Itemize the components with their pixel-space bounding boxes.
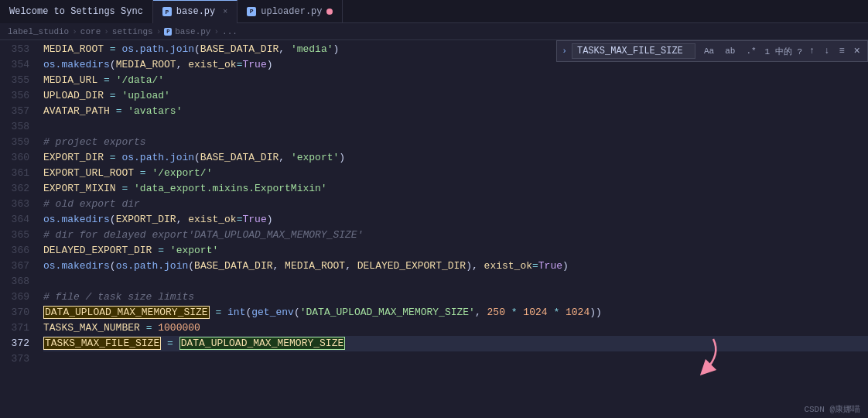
search-options: Aa ab .*	[700, 45, 760, 57]
sep1: ›	[72, 27, 77, 36]
search-count: 1 中的 ?	[765, 46, 802, 57]
search-next-btn[interactable]: ↓	[822, 46, 832, 57]
breadcrumb: label_studio › core › settings › P base.…	[0, 23, 868, 40]
base-py-tab-label: base.py	[176, 6, 215, 17]
watermark: CSDN @康娜喵	[804, 403, 860, 415]
code-line-372: TASKS_MAX_FILE_SIZE = DATA_UPLOAD_MAX_ME…	[43, 336, 868, 351]
code-line-359: # project exports	[43, 135, 868, 150]
tab-welcome[interactable]: Welcome to Settings Sync	[0, 0, 153, 23]
ln-366: 366	[0, 243, 29, 259]
ln-367: 367	[0, 259, 29, 274]
code-line-370: DATA_UPLOAD_MAX_MEMORY_SIZE = int(get_en…	[43, 305, 868, 320]
breadcrumb-base-py: base.py	[175, 27, 210, 36]
welcome-tab-label: Welcome to Settings Sync	[9, 6, 143, 17]
ln-354: 354	[0, 57, 29, 73]
whole-word-btn[interactable]: ab	[721, 45, 739, 57]
ln-356: 356	[0, 88, 29, 104]
tab-uploader-py[interactable]: P uploader.py	[238, 0, 343, 23]
sep2: ›	[104, 27, 109, 36]
ln-359: 359	[0, 135, 29, 150]
code-line-373	[43, 351, 868, 367]
ln-360: 360	[0, 150, 29, 166]
code-line-356: UPLOAD_DIR = 'upload'	[43, 88, 868, 104]
py-icon-uploader: P	[247, 7, 256, 16]
code-line-369: # file / task size limits	[43, 290, 868, 305]
search-bar: › Aa ab .* 1 中的 ? ↑ ↓ ≡ ×	[556, 40, 868, 62]
uploader-py-tab-label: uploader.py	[261, 6, 322, 17]
sep4: ›	[214, 27, 219, 36]
tab-bar: Welcome to Settings Sync P base.py × P u…	[0, 0, 868, 23]
search-prev-btn[interactable]: ↑	[807, 46, 817, 57]
breadcrumb-label-studio: label_studio	[8, 27, 69, 36]
breadcrumb-ellipsis: ...	[222, 27, 238, 36]
search-close-btn[interactable]: ×	[852, 45, 863, 57]
breadcrumb-settings: settings	[112, 27, 153, 36]
code-line-360: EXPORT_DIR = os.path.join(BASE_DATA_DIR,…	[43, 150, 868, 166]
ln-364: 364	[0, 212, 29, 228]
code-line-367: os.makedirs(os.path.join(BASE_DATA_DIR, …	[43, 259, 868, 274]
code-area: MEDIA_ROOT = os.path.join(BASE_DATA_DIR,…	[37, 40, 868, 418]
tab-base-py[interactable]: P base.py ×	[153, 0, 238, 23]
code-line-368	[43, 274, 868, 290]
search-arrow-icon: ›	[562, 46, 567, 56]
sep3: ›	[156, 27, 162, 36]
regex-btn[interactable]: .*	[742, 45, 760, 57]
code-line-361: EXPORT_URL_ROOT = '/export/'	[43, 166, 868, 181]
line-numbers: 353 354 355 356 357 358 359 360 361 362 …	[0, 40, 37, 418]
ln-373: 373	[0, 351, 29, 367]
ln-368: 368	[0, 274, 29, 290]
editor-container: › Aa ab .* 1 中的 ? ↑ ↓ ≡ × 353 354 355 35…	[0, 40, 868, 418]
code-line-365: # dir for delayed export'DATA_UPLOAD_MAX…	[43, 228, 868, 243]
code-line-371: TASKS_MAX_NUMBER = 1000000	[43, 320, 868, 336]
py-icon-base: P	[162, 7, 172, 16]
code-line-366: DELAYED_EXPORT_DIR = 'export'	[43, 243, 868, 259]
code-line-364: os.makedirs(EXPORT_DIR, exist_ok=True)	[43, 212, 868, 228]
ln-358: 358	[0, 119, 29, 135]
code-line-363: # old export dir	[43, 197, 868, 212]
code-line-357: AVATAR_PATH = 'avatars'	[43, 104, 868, 119]
breadcrumb-core: core	[80, 27, 101, 36]
code-line-355: MEDIA_URL = '/data/'	[43, 73, 868, 88]
search-input[interactable]	[572, 43, 695, 59]
ln-361: 361	[0, 166, 29, 181]
ln-371: 371	[0, 320, 29, 336]
tab-close-base-py[interactable]: ×	[223, 8, 227, 16]
ln-369: 369	[0, 290, 29, 305]
ln-353: 353	[0, 42, 29, 57]
code-line-362: EXPORT_MIXIN = 'data_export.mixins.Expor…	[43, 181, 868, 197]
ln-362: 362	[0, 181, 29, 197]
ln-355: 355	[0, 73, 29, 88]
ln-357: 357	[0, 104, 29, 119]
ln-363: 363	[0, 197, 29, 212]
ln-370: 370	[0, 305, 29, 320]
modified-dot	[326, 9, 333, 15]
py-icon-breadcrumb: P	[164, 28, 172, 36]
case-sensitive-btn[interactable]: Aa	[700, 45, 718, 57]
search-menu-btn[interactable]: ≡	[836, 46, 846, 57]
ln-372: 372	[0, 336, 29, 351]
ln-365: 365	[0, 228, 29, 243]
arrow-annotation	[667, 331, 729, 381]
code-line-358	[43, 119, 868, 135]
